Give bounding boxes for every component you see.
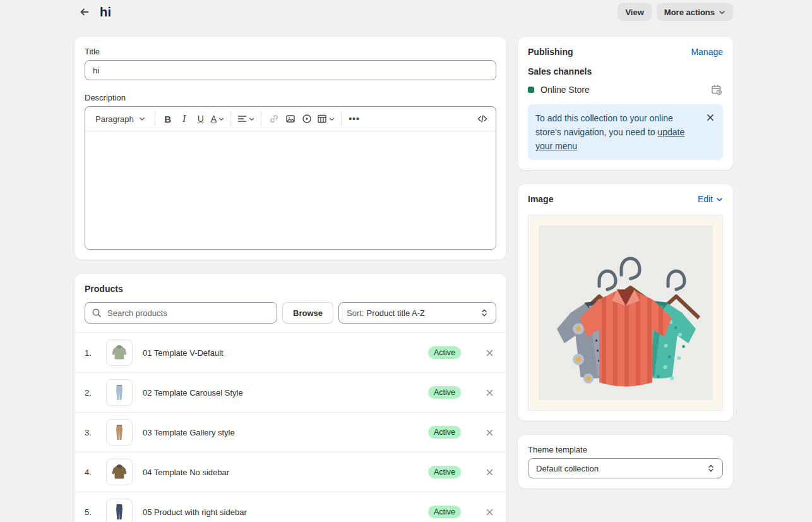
product-row[interactable]: 2. 02 Template Carousel Style Active: [75, 372, 506, 412]
toolbar-divider: [341, 112, 342, 126]
code-view-button[interactable]: [474, 110, 491, 128]
image-heading: Image: [528, 194, 553, 204]
product-name: 02 Template Carousel Style: [143, 388, 243, 398]
title-input[interactable]: [85, 60, 496, 80]
description-label: Description: [85, 93, 496, 102]
browse-button[interactable]: Browse: [282, 302, 333, 324]
sort-prefix-label: Sort:: [347, 308, 364, 318]
schedule-calendar-icon[interactable]: [710, 83, 723, 96]
manage-link[interactable]: Manage: [691, 47, 723, 57]
remove-product-button[interactable]: [482, 505, 496, 519]
view-button-label: View: [625, 8, 643, 17]
banner-message: To add this collection to your online st…: [535, 113, 673, 137]
products-card: Products Browse Sort: Product title A-Z …: [75, 274, 506, 522]
link-icon: [269, 114, 279, 124]
close-icon: [486, 428, 494, 437]
sort-select[interactable]: Sort: Product title A-Z: [338, 302, 496, 324]
products-heading: Products: [85, 284, 496, 294]
status-badge: Active: [428, 506, 461, 518]
alignment-dropdown[interactable]: [236, 110, 256, 128]
search-products-input[interactable]: [106, 308, 270, 319]
row-index: 3.: [85, 428, 99, 437]
collection-image: [539, 226, 713, 400]
select-caret-icon: [707, 464, 715, 473]
collection-image-frame: [528, 215, 723, 411]
product-row[interactable]: 5. 05 Product with right sidebar Active: [75, 492, 506, 522]
row-index: 5.: [85, 507, 99, 517]
banner-text: To add this collection to your online st…: [535, 111, 715, 153]
table-icon: [317, 114, 327, 124]
paragraph-style-label: Paragraph: [95, 114, 134, 124]
theme-template-card: Theme template Default collection: [518, 435, 733, 489]
chevron-down-icon: [249, 116, 254, 122]
text-color-button[interactable]: A: [209, 110, 226, 128]
product-row[interactable]: 1. 01 Template V-Default Active: [75, 332, 506, 372]
editor-toolbar: Paragraph B I U A: [85, 107, 496, 131]
image-icon: [285, 114, 296, 124]
bold-button[interactable]: B: [160, 110, 176, 128]
italic-button[interactable]: I: [176, 110, 193, 128]
select-caret-icon: [481, 308, 488, 317]
search-products-box: [85, 302, 277, 324]
insert-video-button[interactable]: [299, 110, 315, 128]
chevron-down-icon: [139, 116, 145, 122]
back-button[interactable]: [76, 3, 93, 21]
product-thumbnail-hoodie: [106, 339, 133, 366]
remove-product-button[interactable]: [482, 425, 496, 439]
topbar-actions: View More actions: [618, 3, 733, 21]
close-icon: [486, 389, 494, 397]
insert-table-dropdown[interactable]: [315, 110, 337, 128]
info-banner: To add this collection to your online st…: [528, 104, 723, 160]
text-color-label: A: [211, 114, 217, 124]
edit-label: Edit: [698, 194, 713, 204]
play-circle-icon: [302, 114, 312, 124]
toolbar-divider: [155, 112, 155, 126]
top-bar: hi View More actions: [0, 0, 812, 24]
product-name: 05 Product with right sidebar: [143, 507, 247, 517]
title-label: Title: [85, 47, 496, 56]
product-thumbnail-pants: [106, 499, 133, 522]
product-row[interactable]: 3. 03 Template Gallery style Active: [75, 412, 506, 452]
product-thumbnail-pants: [106, 379, 133, 406]
row-index: 1.: [85, 348, 99, 358]
more-actions-button[interactable]: More actions: [657, 3, 733, 21]
close-icon: [486, 349, 494, 357]
row-index: 2.: [85, 388, 99, 398]
arrow-left-icon: [79, 6, 90, 18]
more-formatting-button[interactable]: •••: [346, 110, 362, 128]
chevron-down-icon: [218, 116, 224, 122]
remove-product-button[interactable]: [482, 385, 496, 399]
theme-template-select[interactable]: Default collection: [528, 458, 723, 478]
toolbar-divider: [261, 112, 261, 126]
remove-product-button[interactable]: [482, 346, 496, 360]
publishing-heading: Publishing: [528, 47, 573, 57]
remove-product-button[interactable]: [482, 465, 496, 479]
status-badge: Active: [428, 346, 461, 359]
products-controls: Browse Sort: Product title A-Z: [85, 302, 496, 324]
dismiss-banner-button[interactable]: [704, 111, 717, 124]
row-index: 4.: [85, 468, 99, 477]
product-thumbnail-hoodie: [106, 459, 133, 485]
paragraph-style-dropdown[interactable]: Paragraph: [90, 110, 150, 128]
insert-link-button[interactable]: [266, 110, 282, 128]
close-icon: [706, 113, 715, 122]
publishing-card: Publishing Manage Sales channels Online …: [518, 37, 733, 170]
underline-button[interactable]: U: [193, 110, 209, 128]
status-badge: Active: [428, 426, 461, 439]
align-text-icon: [237, 114, 247, 123]
image-card: Image Edit: [518, 184, 733, 421]
details-card: Title Description Paragraph B I U: [75, 37, 506, 260]
code-icon: [477, 114, 487, 123]
page-title: hi: [100, 5, 111, 20]
close-icon: [486, 508, 494, 516]
chevron-down-icon: [719, 9, 725, 16]
insert-image-button[interactable]: [282, 110, 299, 128]
description-content-area[interactable]: [85, 131, 496, 249]
product-row[interactable]: 4. 04 Template No sidebar Active: [75, 452, 506, 492]
view-button[interactable]: View: [618, 3, 651, 21]
chevron-down-icon: [329, 116, 335, 122]
channel-row: Online Store: [528, 83, 723, 96]
product-list: 1. 01 Template V-Default Active 2. 0: [75, 332, 506, 522]
edit-image-dropdown[interactable]: Edit: [698, 194, 723, 204]
product-name: 03 Template Gallery style: [143, 428, 235, 437]
